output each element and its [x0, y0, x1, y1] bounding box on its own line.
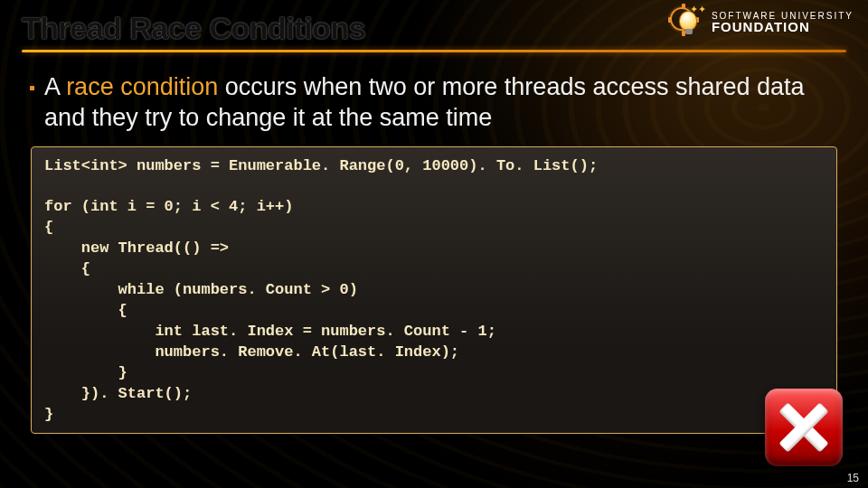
error-cross-icon — [765, 389, 843, 466]
slide-container: ✦✦ SOFTWARE UNIVERSITY FOUNDATION Thread… — [0, 0, 868, 488]
bullet-accent: race condition — [66, 73, 218, 100]
title-underline — [22, 50, 846, 52]
logo-text: SOFTWARE UNIVERSITY FOUNDATION — [712, 12, 854, 33]
bullet-prefix: A — [44, 73, 66, 100]
logo: ✦✦ SOFTWARE UNIVERSITY FOUNDATION — [668, 5, 854, 40]
bullet-text: A race condition occurs when two or more… — [44, 72, 839, 134]
bullet-item: ▪ A race condition occurs when two or mo… — [22, 72, 846, 134]
bullet-marker-icon: ▪ — [29, 72, 35, 103]
page-number: 15 — [847, 472, 859, 484]
code-block: List<int> numbers = Enumerable. Range(0,… — [31, 146, 837, 434]
logo-line2: FOUNDATION — [712, 21, 854, 33]
lightbulb-gear-icon: ✦✦ — [668, 5, 704, 40]
